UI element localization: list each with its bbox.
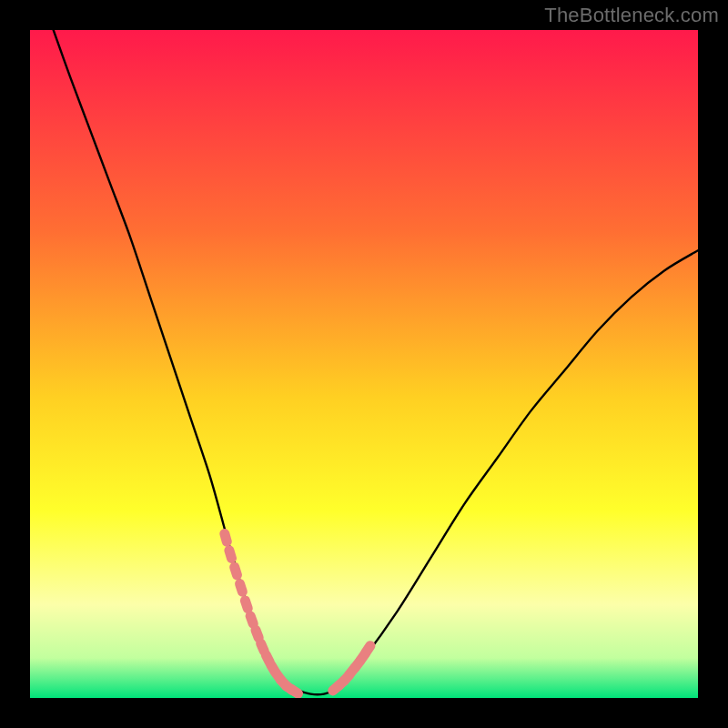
plot-area xyxy=(30,30,698,698)
chart-frame: TheBottleneck.com xyxy=(0,0,728,728)
gradient-background xyxy=(30,30,698,698)
watermark-text: TheBottleneck.com xyxy=(544,4,719,27)
bottleneck-chart xyxy=(30,30,698,698)
